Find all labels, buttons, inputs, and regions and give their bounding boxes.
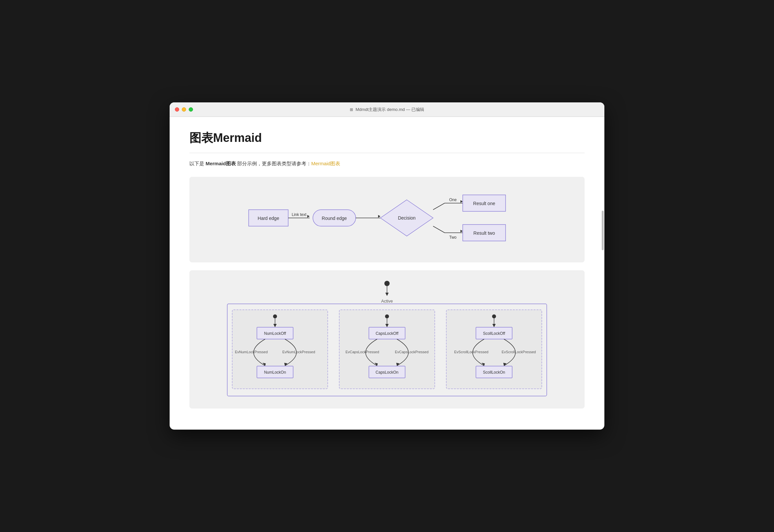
titlebar: ⊞ Mdmdt主题演示 demo.md — 已编辑 (170, 102, 604, 117)
app-window: ⊞ Mdmdt主题演示 demo.md — 已编辑 图表Mermaid 以下是 … (170, 102, 604, 430)
numlock-off-label: NumLockOff (264, 331, 286, 336)
arrowhead-3 (461, 200, 463, 203)
state-diagram-svg: Active NumLockOff EvNumLockPressed EvNum… (222, 277, 552, 402)
scrollbar[interactable] (601, 117, 604, 430)
ev-capslock-left: EvCapsLockPressed (345, 350, 379, 354)
ev-scrolllock-right: EvScrollLockPressed (502, 350, 536, 354)
round-edge-label: Round edge (322, 216, 347, 221)
numlock-initial-dot (273, 314, 277, 318)
active-label: Active (381, 299, 393, 304)
state-diagram-container: Active NumLockOff EvNumLockPressed EvNum… (189, 270, 585, 409)
scrolllock-off-label: ScollLockOff (483, 331, 505, 336)
content-area: 图表Mermaid 以下是 Mermaid图表 部分示例，更多图表类型请参考：M… (170, 117, 604, 430)
traffic-lights (175, 107, 193, 112)
page-title: 图表Mermaid (189, 130, 585, 146)
result-two-label: Result two (473, 230, 495, 236)
link-text-label: Link text (292, 212, 307, 217)
hard-edge-label: Hard edge (257, 216, 279, 221)
arrowhead-2 (378, 215, 380, 218)
two-label: Two (449, 235, 457, 240)
decision-label: Decision (398, 215, 416, 221)
one-label: One (449, 198, 457, 202)
ev-numlock-right: EvNumLockPressed (282, 350, 315, 354)
scrollbar-thumb[interactable] (602, 211, 604, 250)
close-button[interactable] (175, 107, 179, 112)
arrow-4 (433, 226, 445, 233)
arrow-3 (433, 203, 445, 210)
intro-paragraph: 以下是 Mermaid图表 部分示例，更多图表类型请参考：Mermaid图表 (189, 160, 585, 168)
capslock-off-label: CapsLockOff (375, 331, 399, 336)
maximize-button[interactable] (189, 107, 193, 112)
initial-state-dot (384, 281, 390, 286)
scrolllock-initial-dot (492, 314, 496, 318)
scrolllock-on-label: ScollLockOn (483, 370, 505, 375)
minimize-button[interactable] (182, 107, 186, 112)
capslock-on-label: CapsLockOn (375, 370, 398, 375)
ev-scrolllock-left: EvScrollLockPressed (454, 350, 489, 354)
arrowhead-1 (307, 215, 309, 218)
result-one-label: Result one (473, 201, 495, 206)
arrowhead-4 (461, 230, 463, 232)
ev-capslock-right: EvCapsLockPressed (395, 350, 429, 354)
capslock-initial-dot (385, 314, 389, 318)
file-icon: ⊞ (350, 107, 353, 112)
window-title: ⊞ Mdmdt主题演示 demo.md — 已编辑 (350, 107, 424, 113)
divider (189, 153, 585, 153)
flowchart-area: Hard edge Link text Round edge Decision (196, 187, 578, 253)
initial-arrowhead (385, 293, 389, 296)
mermaid-link[interactable]: Mermaid图表 (311, 161, 340, 166)
numlock-on-label: NumLockOn (264, 370, 286, 375)
flowchart-svg: Hard edge Link text Round edge Decision (239, 187, 535, 253)
ev-numlock-left: EvNumLockPressed (235, 350, 268, 354)
flowchart-container: Hard edge Link text Round edge Decision (189, 177, 585, 262)
